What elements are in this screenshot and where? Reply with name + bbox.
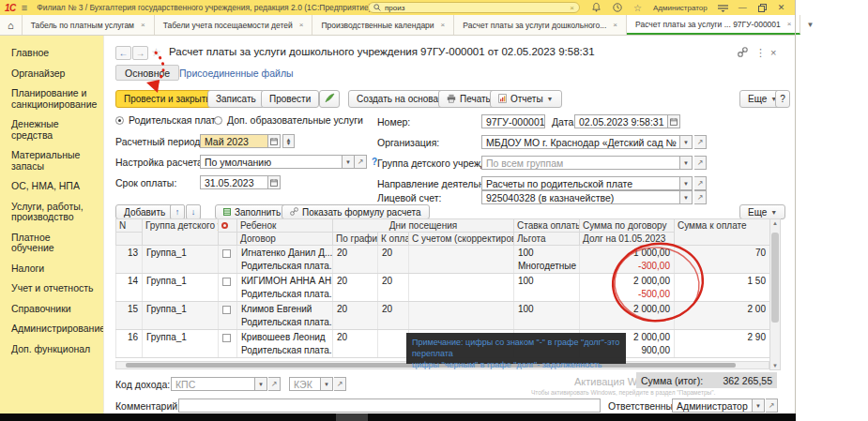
cell-n[interactable]: 16 — [116, 330, 143, 344]
help-button[interactable]: ? — [775, 90, 790, 108]
global-search-input[interactable]: произ × — [368, 2, 580, 13]
responsible-input[interactable]: Администратор — [672, 398, 753, 413]
kek-input[interactable]: КЭК — [289, 377, 321, 391]
taskbar-app-segment[interactable] — [336, 413, 368, 421]
tab-fee-list[interactable]: Расчет платы за услуги дошкольного...× — [454, 15, 627, 35]
cell-group[interactable]: Группа_1 — [143, 274, 219, 288]
period-input[interactable]: Май 2023 — [200, 134, 268, 148]
cell-n[interactable]: 15 — [116, 302, 143, 316]
kps-input[interactable]: КПС — [171, 377, 255, 391]
service-menu-icon[interactable] — [718, 3, 728, 13]
tab-list-caret-icon[interactable]: ▼ — [800, 15, 819, 35]
cell-group[interactable]: Группа_1 — [143, 330, 219, 344]
group-dropdown-icon[interactable]: ▼ — [680, 156, 693, 170]
checkbox-icon[interactable] — [222, 306, 231, 314]
col-header-to-pay[interactable]: Сумма к оплате — [675, 219, 770, 246]
cell-n[interactable]: 14 — [116, 274, 143, 288]
account-dropdown-icon[interactable]: ▼ — [680, 190, 693, 204]
table-row[interactable]: 14 Группа_1 КИГИМОН АННА АН... 20 20 100… — [116, 274, 770, 288]
clear-search-icon[interactable]: × — [570, 4, 574, 12]
sidebar-item-additional[interactable]: Доп. функционал — [0, 339, 98, 360]
sidebar-item-taxes[interactable]: Налоги — [0, 259, 98, 279]
tab-timesheet-paid[interactable]: Табель по платным услугам× — [23, 15, 155, 35]
forward-button[interactable]: → — [132, 46, 148, 60]
col-header-benefit[interactable]: Льгота — [514, 233, 580, 246]
table-vertical-scrollbar[interactable]: ▲ ▼ — [769, 218, 781, 370]
cell-to-pay[interactable]: 70 — [675, 246, 770, 260]
move-up-button[interactable]: ↑ — [170, 204, 185, 219]
back-button[interactable]: ← — [115, 46, 131, 60]
table-row[interactable]: 15 Группа_1 Климов Евгений 20 20 100 2 0… — [116, 302, 770, 316]
cell-adjusted[interactable] — [409, 302, 514, 316]
post-button[interactable]: Провести — [261, 90, 319, 108]
notifications-bell-icon[interactable] — [591, 3, 602, 13]
cell-adjusted[interactable] — [409, 246, 514, 260]
col-header-contract-sum[interactable]: Сумма по договору — [580, 219, 675, 233]
settings-dropdown-icon[interactable]: ▼ — [343, 155, 355, 169]
cell-contract[interactable]: Родительская плата... — [237, 288, 333, 302]
cell-group[interactable]: Группа_1 — [143, 246, 219, 260]
move-down-button[interactable]: ↓ — [186, 204, 201, 219]
due-date-input[interactable]: 31.05.2023 — [200, 175, 268, 189]
close-tab-icon[interactable]: × — [787, 20, 792, 28]
cell-schedule[interactable]: 20 — [333, 274, 378, 288]
favorites-star-icon[interactable]: ☆ — [632, 3, 643, 13]
scroll-up-icon[interactable]: ▲ — [770, 220, 780, 226]
cell-contract[interactable]: Родительская плата... — [237, 344, 333, 358]
cell-to-pay[interactable]: 2 90 — [675, 330, 770, 344]
tab-attendance[interactable]: Табели учета посещаемости детей× — [155, 15, 313, 35]
table-row-line2[interactable]: Родительская плата... -500,00 — [116, 288, 770, 302]
number-input[interactable]: 97ГУ-000001 — [481, 114, 545, 128]
tab-calendars[interactable]: Производственные календари× — [312, 15, 454, 35]
sidebar-item-organizer[interactable]: Органайзер — [0, 64, 98, 84]
cell-contract-sum[interactable]: 2 000,00 — [580, 302, 675, 316]
col-header-rate[interactable]: Ставка оплаты — [514, 219, 580, 233]
cell-benefit[interactable] — [514, 288, 580, 302]
group-open-icon[interactable]: ↗ — [694, 156, 707, 170]
cell-payable[interactable]: 20 — [378, 246, 409, 260]
checkbox-icon[interactable] — [222, 334, 231, 342]
cell-child[interactable]: Кривошеев Леонид — [237, 330, 333, 344]
tab-fee-document-active[interactable]: Расчет платы за услуги ... 97ГУ-000001× — [627, 15, 800, 35]
kps-dropdown-icon[interactable]: ▼ — [255, 377, 267, 391]
col-header-child[interactable]: Ребенок — [237, 219, 333, 233]
cell-flag[interactable] — [219, 330, 237, 344]
radio-parent-pay[interactable]: Родительская плата — [115, 114, 221, 126]
col-header-n[interactable]: N — [116, 219, 143, 233]
show-formula-button[interactable]: Показать формулу расчета — [282, 204, 430, 219]
activity-input[interactable]: Расчеты по родительской плате — [481, 176, 680, 190]
cell-flag[interactable] — [219, 274, 237, 288]
home-tab[interactable]: ⌂ — [0, 15, 23, 35]
cell-schedule[interactable]: 20 — [333, 330, 378, 344]
cell-contract[interactable]: Родительская плата... — [237, 316, 333, 330]
add-row-button[interactable]: Добавить — [115, 204, 174, 219]
sidebar-item-catalogs[interactable]: Справочники — [0, 299, 98, 320]
col-header-schedule[interactable]: По графику — [333, 233, 378, 246]
radio-edu-services[interactable]: Доп. образовательные услуги — [214, 114, 363, 126]
cell-child[interactable]: Климов Евгений — [237, 302, 333, 316]
cell-payable[interactable] — [378, 330, 409, 344]
cell-benefit[interactable] — [514, 316, 580, 330]
sidebar-item-paid-education[interactable]: Платное обучение — [0, 228, 98, 259]
col-header-payable[interactable]: К оплате — [378, 233, 409, 246]
cell-child[interactable]: КИГИМОН АННА АН... — [237, 274, 333, 288]
organization-input[interactable]: МБДОУ МО г. Краснодар «Детский сад № 197… — [481, 135, 680, 149]
main-menu-icon[interactable]: ≡ — [22, 3, 27, 12]
close-tab-icon[interactable]: × — [441, 21, 446, 29]
cell-adjusted[interactable] — [409, 274, 514, 288]
cell-rate[interactable]: 100 — [514, 302, 580, 316]
kek-open-icon[interactable]: ↗ — [334, 377, 346, 391]
activity-dropdown-icon[interactable]: ▼ — [680, 176, 693, 190]
cell-to-pay[interactable]: 2 00 — [675, 302, 770, 316]
kps-open-icon[interactable]: ↗ — [268, 377, 281, 391]
sidebar-item-administration[interactable]: Администрирование — [0, 319, 98, 339]
organization-open-icon[interactable]: ↗ — [694, 135, 707, 149]
sidebar-item-fixed-assets[interactable]: ОС, НМА, НПА — [0, 176, 98, 197]
settings-open-icon[interactable]: ↗ — [355, 155, 367, 169]
more-dots-icon[interactable]: ⋮ — [755, 47, 766, 59]
organization-dropdown-icon[interactable]: ▼ — [680, 135, 693, 149]
settings-input[interactable]: По умолчанию — [200, 155, 343, 169]
sidebar-item-cash[interactable]: Денежные средства — [0, 114, 98, 145]
favorite-star-icon[interactable]: ☆ — [151, 46, 161, 59]
restore-window-icon[interactable] — [757, 3, 768, 13]
